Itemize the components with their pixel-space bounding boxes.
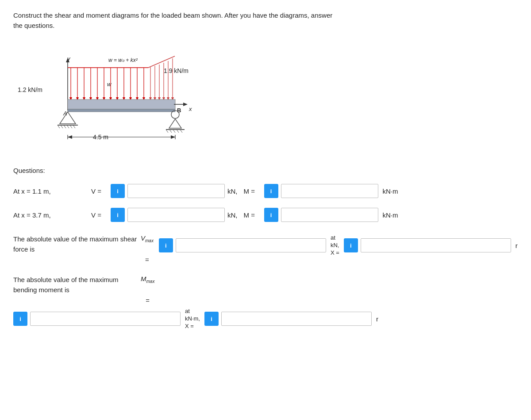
info-btn-v2[interactable]: i <box>111 208 125 222</box>
svg-line-59 <box>180 130 182 133</box>
svg-line-58 <box>177 130 179 133</box>
mmax-group: Mmax = <box>141 275 154 304</box>
kn-unit-vmax: kN, <box>331 242 339 249</box>
load-left-label: 1.2 kN/m <box>18 86 42 93</box>
header-line2: the questions. <box>13 22 54 29</box>
answer-m2[interactable] <box>281 208 378 222</box>
vmax-group: Vmax = <box>141 234 154 263</box>
x-eq-vmax: X = <box>331 249 339 257</box>
m-label-2: M = <box>244 211 262 219</box>
questions-section: Questions: At x = 1.1 m, V = i kN, M = i… <box>13 167 518 222</box>
max-moment-text: The absolute value of the maximum bendin… <box>13 275 137 295</box>
v-label-1: V = <box>91 187 108 195</box>
knm-unit-1: kN·m <box>383 187 398 195</box>
svg-line-49 <box>67 125 69 128</box>
svg-marker-63 <box>68 135 72 139</box>
max-moment-row: The absolute value of the maximum bendin… <box>13 275 518 330</box>
svg-marker-64 <box>171 135 175 139</box>
svg-marker-53 <box>169 119 181 128</box>
mmax-eq: = <box>146 297 150 304</box>
info-btn-mmax-x[interactable]: i <box>204 312 219 326</box>
max-shear-text: The absolute value of the maximum shear … <box>13 234 137 254</box>
at-kn-vmax: at kN, X = <box>331 234 339 257</box>
max-section: The absolute value of the maximum shear … <box>13 234 518 330</box>
m-label-1: M = <box>244 187 262 195</box>
info-btn-mmax[interactable]: i <box>13 312 27 326</box>
info-btn-v1[interactable]: i <box>111 184 125 198</box>
knm-unit-2: kN·m <box>383 211 398 219</box>
beam-diagram: 1.2 kN/m 1.9 kN/m y w = w₀ + kx² w A B x <box>18 38 274 153</box>
answer-mmax-x[interactable] <box>221 312 372 326</box>
svg-line-48 <box>64 125 66 128</box>
answer-mmax[interactable] <box>30 312 181 326</box>
max-shear-line2: force is <box>13 245 35 253</box>
at-label-vmax: at <box>331 234 335 242</box>
svg-marker-1 <box>66 58 69 62</box>
info-btn-m1[interactable]: i <box>264 184 278 198</box>
x-eq-mmax: X = <box>185 323 194 330</box>
questions-label: Questions: <box>13 167 518 174</box>
answer-vmax[interactable] <box>176 238 326 252</box>
svg-rect-40 <box>68 99 175 109</box>
svg-marker-43 <box>183 103 188 106</box>
answer-v1[interactable] <box>127 184 225 198</box>
kn-unit-2: kN, <box>227 211 238 219</box>
svg-line-57 <box>173 130 175 133</box>
svg-line-50 <box>70 125 72 128</box>
answer-v2[interactable] <box>127 208 225 222</box>
v-label-2: V = <box>91 211 108 219</box>
max-moment-line2: bending moment is <box>13 286 69 294</box>
position-2: At x = 3.7 m, <box>13 211 88 219</box>
info-btn-vmax-x[interactable]: i <box>344 238 358 252</box>
header-line1: Construct the shear and moment diagrams … <box>13 11 332 19</box>
svg-line-47 <box>61 125 63 128</box>
vmax-eq: = <box>145 256 149 263</box>
svg-line-56 <box>169 130 172 133</box>
r-label-vmax: r <box>516 242 518 249</box>
question-row-1: At x = 1.1 m, V = i kN, M = i kN·m <box>13 184 518 198</box>
beam-svg <box>55 55 197 144</box>
max-moment-line1: The absolute value of the maximum <box>13 276 119 283</box>
knm-unit-mmax: kN·m, <box>185 315 200 323</box>
kn-unit-1: kN, <box>227 187 238 195</box>
at-label-mmax: at <box>185 308 190 315</box>
svg-line-46 <box>58 125 60 128</box>
header-text: Construct the shear and moment diagrams … <box>13 11 358 31</box>
length-label: 4.5 m <box>93 134 108 141</box>
answer-m1[interactable] <box>281 184 378 198</box>
svg-rect-41 <box>68 109 175 112</box>
question-row-2: At x = 3.7 m, V = i kN, M = i kN·m <box>13 208 518 222</box>
answer-vmax-x[interactable] <box>361 238 511 252</box>
max-shear-row: The absolute value of the maximum shear … <box>13 234 518 263</box>
svg-marker-44 <box>60 112 76 124</box>
svg-line-55 <box>166 130 168 133</box>
position-1: At x = 1.1 m, <box>13 187 88 195</box>
max-shear-line1: The absolute value of the maximum shear <box>13 235 137 243</box>
vmax-symbol: Vmax <box>141 234 154 243</box>
info-btn-vmax[interactable]: i <box>159 238 173 252</box>
info-btn-m2[interactable]: i <box>264 208 278 222</box>
svg-line-51 <box>73 125 75 128</box>
mmax-symbol: Mmax <box>141 275 154 284</box>
r-label-mmax: r <box>376 315 378 323</box>
svg-line-27 <box>148 56 175 68</box>
at-knm-mmax: at kN·m, X = <box>185 308 200 330</box>
